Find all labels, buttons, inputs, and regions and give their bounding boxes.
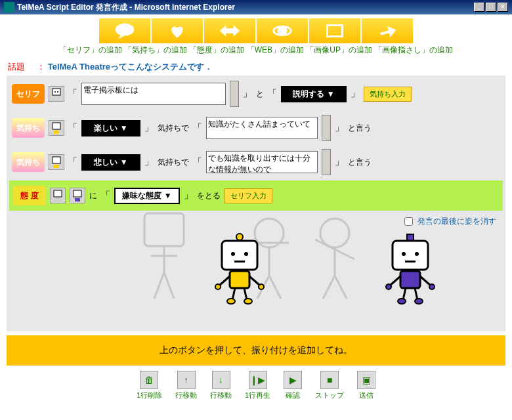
- serifu-input-button[interactable]: セリフ入力: [224, 188, 272, 203]
- svg-point-20: [54, 91, 56, 93]
- svg-rect-3: [328, 25, 343, 36]
- svg-line-17: [323, 276, 335, 299]
- attitude-select[interactable]: 嫌味な態度 ▼: [114, 188, 180, 204]
- svg-rect-19: [53, 89, 60, 95]
- svg-rect-27: [74, 190, 81, 197]
- svg-line-13: [269, 276, 281, 299]
- svg-point-46: [415, 252, 419, 256]
- play-line-button[interactable]: ❙▶: [249, 371, 267, 389]
- add-image-button[interactable]: [309, 18, 360, 43]
- app-icon: [4, 2, 14, 12]
- svg-line-7: [154, 272, 164, 299]
- add-kimochi-button[interactable]: [152, 18, 203, 43]
- send-button[interactable]: ▣: [357, 371, 375, 389]
- add-point-button[interactable]: [362, 18, 413, 43]
- maximize-button[interactable]: □: [486, 3, 496, 12]
- scroll-handle[interactable]: [322, 115, 331, 141]
- svg-line-51: [420, 276, 431, 285]
- delete-line-button[interactable]: 🗑: [140, 371, 158, 389]
- svg-point-21: [57, 91, 58, 93]
- svg-rect-33: [234, 261, 245, 262]
- window-titlebar: TelMeA Script Editor 発言作成 - Microsoft In…: [0, 0, 512, 14]
- avatar-icon[interactable]: [49, 120, 64, 136]
- svg-line-35: [219, 276, 230, 285]
- taido-tag: 態 度: [13, 186, 46, 205]
- svg-line-49: [390, 276, 400, 285]
- svg-rect-26: [54, 190, 62, 197]
- svg-line-41: [244, 288, 247, 300]
- svg-point-45: [402, 252, 406, 256]
- topic-label: 話題: [8, 62, 25, 72]
- svg-point-54: [398, 299, 406, 304]
- feel-input-button[interactable]: 気持ち入力: [364, 87, 412, 102]
- svg-rect-34: [230, 271, 249, 288]
- window-title: TelMeA Script Editor 発言作成 - Microsoft In…: [17, 2, 235, 13]
- character-purple: [381, 233, 440, 305]
- svg-point-2: [277, 26, 287, 35]
- svg-point-52: [429, 284, 435, 289]
- hide-after-checkbox[interactable]: [404, 217, 413, 226]
- svg-rect-48: [400, 271, 420, 288]
- preview-button[interactable]: ▶: [284, 371, 302, 389]
- kimochi-text[interactable]: [206, 117, 318, 139]
- avatar-icon[interactable]: [49, 86, 64, 102]
- kimochi-tag: 気持ち: [12, 152, 45, 172]
- svg-line-8: [164, 272, 174, 299]
- avatar-icon-2[interactable]: [70, 188, 85, 203]
- topic-text: TelMeA Theatreってこんなシステムです．: [48, 62, 213, 72]
- serifu-text[interactable]: [81, 83, 226, 105]
- action-select[interactable]: 説明する ▼: [281, 86, 347, 102]
- svg-point-29: [236, 234, 243, 240]
- svg-line-37: [249, 276, 260, 285]
- stop-button[interactable]: ■: [320, 371, 339, 389]
- svg-line-18: [335, 276, 347, 299]
- svg-point-36: [215, 284, 221, 289]
- svg-point-0: [116, 24, 135, 36]
- avatar-icon[interactable]: [49, 154, 64, 170]
- scroll-handle[interactable]: [230, 81, 239, 107]
- avatar-icon[interactable]: [50, 188, 66, 203]
- svg-point-50: [386, 284, 391, 289]
- action-toolbar: [7, 18, 505, 43]
- serifu-row: セリフ 「 」 と 「 説明する ▼ 」 気持ち入力: [9, 78, 503, 110]
- kimochi-row-2: 気持ち 「 悲しい ▼ 」 気持ちで 「 」 と言う: [9, 146, 503, 178]
- add-serifu-button[interactable]: [99, 18, 150, 43]
- svg-point-32: [244, 252, 248, 256]
- svg-point-14: [320, 219, 349, 247]
- kimochi-row-1: 気持ち 「 楽しい ▼ 」 気持ちで 「 」 と言う: [9, 112, 503, 144]
- svg-rect-44: [393, 241, 428, 270]
- svg-point-31: [231, 252, 235, 256]
- scroll-handle[interactable]: [322, 149, 331, 175]
- editor-area: セリフ 「 」 と 「 説明する ▼ 」 気持ち入力 気持ち 「 楽しい ▼ 」…: [7, 75, 505, 331]
- kimochi-text[interactable]: [206, 151, 318, 173]
- character-yellow: [210, 233, 269, 305]
- svg-rect-4: [144, 213, 184, 246]
- svg-rect-28: [75, 198, 80, 201]
- svg-point-42: [244, 299, 252, 304]
- topic-row: 話題 ： TelMeA Theatreってこんなシステムです．: [8, 61, 505, 73]
- move-down-button[interactable]: ↓: [212, 371, 230, 389]
- bottom-toolbar: 🗑1行削除 ↑行移動 ↓行移動 ❙▶1行再生 ▶確認 ■ストップ ▣送信: [7, 371, 505, 400]
- close-button[interactable]: ×: [498, 3, 508, 12]
- svg-rect-30: [222, 241, 257, 270]
- svg-point-38: [259, 284, 264, 289]
- add-taido-button[interactable]: [204, 18, 255, 43]
- svg-line-53: [403, 288, 406, 300]
- svg-point-56: [415, 299, 423, 304]
- svg-point-40: [227, 299, 235, 304]
- kimochi-tag: 気持ち: [12, 118, 45, 138]
- add-web-button[interactable]: [257, 18, 308, 43]
- svg-rect-24: [53, 157, 60, 163]
- feeling-select[interactable]: 楽しい ▼: [81, 120, 140, 136]
- move-up-button[interactable]: ↑: [177, 371, 196, 389]
- hint-bar: 上のボタンを押して、振り付けを追加してね。: [7, 335, 505, 366]
- svg-rect-22: [53, 123, 60, 129]
- svg-rect-47: [405, 261, 416, 262]
- minimize-button[interactable]: _: [474, 3, 484, 12]
- svg-rect-25: [54, 165, 59, 168]
- serifu-tag: セリフ: [12, 84, 45, 104]
- svg-rect-23: [54, 131, 59, 134]
- toolbar-labels: 「セリフ」の追加 「気持ち」の追加 「態度」の追加 「WEB」の追加 「画像UP…: [7, 45, 505, 56]
- feeling-select[interactable]: 悲しい ▼: [81, 154, 140, 171]
- svg-line-55: [415, 288, 417, 300]
